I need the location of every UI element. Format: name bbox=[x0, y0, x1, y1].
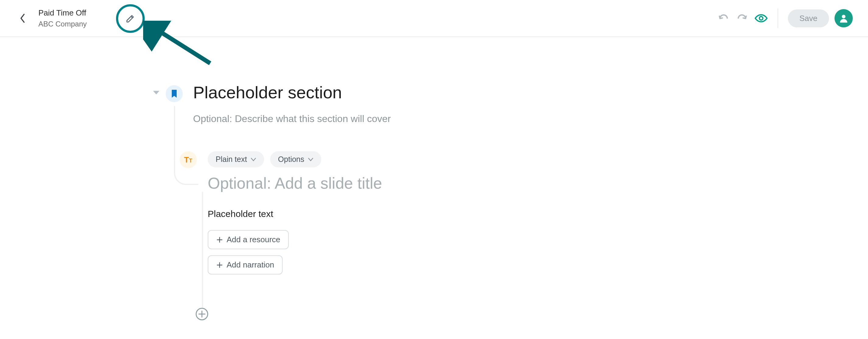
plus-icon bbox=[216, 262, 223, 268]
back-button[interactable] bbox=[15, 11, 30, 26]
undo-button[interactable] bbox=[717, 11, 730, 25]
slide-type-label: Plain text bbox=[216, 155, 247, 164]
chevron-down-icon bbox=[152, 90, 160, 96]
slide-type-badge: TT bbox=[180, 151, 197, 168]
project-title: Paid Time Off bbox=[38, 8, 87, 18]
edit-button[interactable] bbox=[116, 4, 145, 33]
preview-button[interactable] bbox=[754, 11, 768, 25]
divider bbox=[778, 8, 778, 28]
pencil-icon bbox=[125, 13, 135, 24]
add-resource-label: Add a resource bbox=[226, 235, 280, 244]
redo-icon bbox=[737, 14, 747, 22]
slide-options-label: Options bbox=[278, 155, 304, 164]
section-description-placeholder[interactable]: Optional: Describe what this section wil… bbox=[193, 113, 391, 125]
text-type-icon: TT bbox=[184, 155, 192, 165]
add-narration-button[interactable]: Add narration bbox=[208, 255, 283, 274]
slide-body-text[interactable]: Placeholder text bbox=[208, 209, 382, 219]
eye-icon bbox=[754, 13, 768, 23]
slide-options-dropdown[interactable]: Options bbox=[270, 151, 321, 167]
collapse-section-toggle[interactable] bbox=[152, 90, 160, 98]
section-title[interactable]: Placeholder section bbox=[193, 83, 391, 102]
company-name: ABC Company bbox=[38, 20, 87, 28]
plus-icon bbox=[216, 236, 223, 243]
titles: Paid Time Off ABC Company bbox=[38, 8, 87, 28]
chevron-down-icon bbox=[308, 158, 313, 161]
add-resource-button[interactable]: Add a resource bbox=[208, 230, 289, 249]
user-avatar[interactable] bbox=[835, 9, 853, 27]
section-type-badge bbox=[166, 85, 183, 102]
save-button[interactable]: Save bbox=[788, 9, 829, 27]
tree-connector bbox=[174, 106, 175, 161]
undo-icon bbox=[718, 14, 728, 22]
svg-point-1 bbox=[759, 16, 763, 20]
slide-title-input[interactable]: Optional: Add a slide title bbox=[208, 174, 382, 192]
add-slide-button[interactable] bbox=[195, 307, 209, 321]
redo-button[interactable] bbox=[736, 11, 749, 25]
chevron-down-icon bbox=[251, 158, 256, 161]
bookmark-icon bbox=[170, 89, 178, 98]
slide-type-dropdown[interactable]: Plain text bbox=[208, 151, 264, 167]
svg-point-2 bbox=[842, 14, 845, 18]
plus-circle-icon bbox=[195, 307, 209, 321]
user-icon bbox=[838, 13, 849, 24]
add-narration-label: Add narration bbox=[226, 260, 274, 270]
